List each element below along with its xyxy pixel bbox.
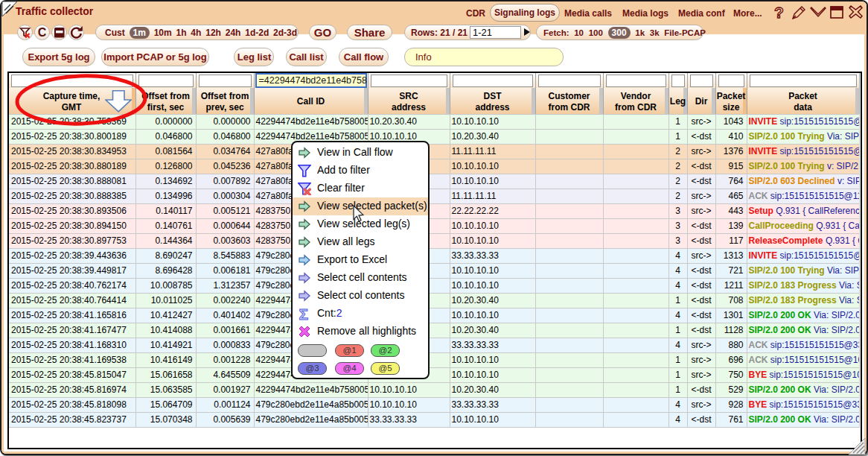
svg-text:Σ: Σ	[299, 307, 309, 322]
svg-text:?: ?	[774, 5, 784, 20]
